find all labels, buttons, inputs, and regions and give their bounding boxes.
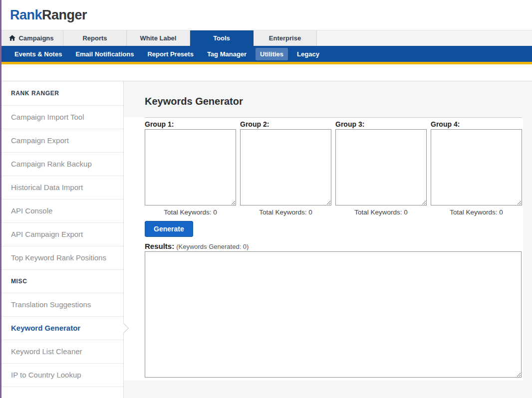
tab-reports[interactable]: Reports	[63, 30, 127, 46]
group-3-textarea[interactable]	[335, 129, 427, 205]
subnav-email-notifications[interactable]: Email Notifications	[71, 48, 138, 60]
sidebar-item-campaign-export[interactable]: Campaign Export	[0, 129, 123, 153]
sidebar-item-campaign-import-tool[interactable]: Campaign Import Tool	[0, 106, 123, 129]
results-textarea[interactable]	[145, 251, 522, 378]
group-4-label: Group 4:	[431, 120, 522, 128]
tab-label: Campaigns	[18, 34, 53, 42]
subnav-report-presets[interactable]: Report Presets	[143, 48, 198, 60]
group-2-label: Group 2:	[240, 120, 331, 128]
tab-tools[interactable]: Tools	[190, 30, 254, 46]
keyword-group-3: Group 3: Total Keywords: 0	[335, 120, 427, 216]
sidebar-item-historical-data-import[interactable]: Historical Data Import	[0, 176, 123, 199]
sidebar-item-ip-to-country-lookup[interactable]: IP to Country Lookup	[0, 364, 123, 387]
group-1-total: Total Keywords: 0	[145, 209, 236, 216]
tab-label: Reports	[82, 34, 107, 42]
sidebar-item-keyword-generator[interactable]: Keyword Generator	[0, 317, 123, 340]
tab-white-label[interactable]: White Label	[127, 30, 190, 46]
header-spacer	[0, 64, 532, 81]
left-accent-stripe	[0, 0, 1, 398]
keyword-group-1: Group 1: Total Keywords: 0	[145, 120, 236, 216]
secondary-nav: Events & Notes Email Notifications Repor…	[0, 46, 532, 62]
keyword-groups-row: Group 1: Total Keywords: 0 Group 2: Tota…	[145, 120, 522, 216]
keyword-group-4: Group 4: Total Keywords: 0	[431, 120, 522, 216]
sidebar-item-api-campaign-export[interactable]: API Campaign Export	[0, 223, 123, 246]
primary-nav: Campaigns Reports White Label Tools Ente…	[0, 30, 532, 46]
sidebar-item-top-keyword-rank-positions[interactable]: Top Keyword Rank Positions	[0, 246, 123, 270]
results-label: Results:	[145, 242, 174, 250]
group-1-label: Group 1:	[145, 120, 236, 128]
group-1-textarea[interactable]	[145, 129, 236, 205]
group-3-total: Total Keywords: 0	[335, 209, 427, 216]
sidebar-heading-rank-ranger: RANK RANGER	[0, 81, 123, 106]
tab-enterprise[interactable]: Enterprise	[254, 30, 317, 46]
subnav-utilities[interactable]: Utilities	[256, 48, 288, 60]
sidebar-item-label: Keyword Generator	[11, 324, 80, 332]
sidebar-heading-misc: MISC	[0, 270, 123, 293]
tab-label: Tools	[213, 34, 230, 42]
main-panel: Keywords Generator Group 1: Total Keywor…	[124, 81, 532, 398]
generate-button[interactable]: Generate	[145, 221, 193, 237]
subnav-events-notes[interactable]: Events & Notes	[10, 48, 66, 60]
sidebar-item-keyword-list-cleaner[interactable]: Keyword List Cleaner	[0, 340, 123, 364]
sidebar-item-translation-suggestions[interactable]: Translation Suggestions	[0, 293, 123, 317]
sidebar-item-api-console[interactable]: API Console	[0, 199, 123, 223]
tools-sidebar: RANK RANGER Campaign Import Tool Campaig…	[0, 81, 124, 398]
group-3-label: Group 3:	[335, 120, 427, 128]
rankranger-logo[interactable]: RankRanger	[10, 7, 87, 23]
group-4-total: Total Keywords: 0	[431, 209, 522, 216]
keywords-generated-count: (Keywords Generated: 0)	[176, 243, 249, 250]
tab-campaigns[interactable]: Campaigns	[0, 30, 63, 46]
page-title: Keywords Generator	[145, 96, 532, 107]
logo-rank: Rank	[10, 7, 42, 22]
home-icon	[9, 35, 15, 41]
subnav-tag-manager[interactable]: Tag Manager	[203, 48, 251, 60]
keywords-generator-form: Group 1: Total Keywords: 0 Group 2: Tota…	[124, 117, 523, 381]
keyword-group-2: Group 2: Total Keywords: 0	[240, 120, 331, 216]
sidebar-item-campaign-rank-backup[interactable]: Campaign Rank Backup	[0, 153, 123, 176]
logo-ranger: Ranger	[42, 7, 87, 22]
app-header: RankRanger	[0, 0, 532, 30]
content-area: RANK RANGER Campaign Import Tool Campaig…	[0, 81, 532, 398]
tab-label: Enterprise	[269, 34, 301, 42]
group-2-textarea[interactable]	[240, 129, 331, 205]
group-2-total: Total Keywords: 0	[240, 209, 331, 216]
group-4-textarea[interactable]	[431, 129, 522, 205]
subnav-legacy[interactable]: Legacy	[292, 48, 324, 60]
tab-label: White Label	[140, 34, 177, 42]
results-header: Results:(Keywords Generated: 0)	[145, 243, 522, 250]
